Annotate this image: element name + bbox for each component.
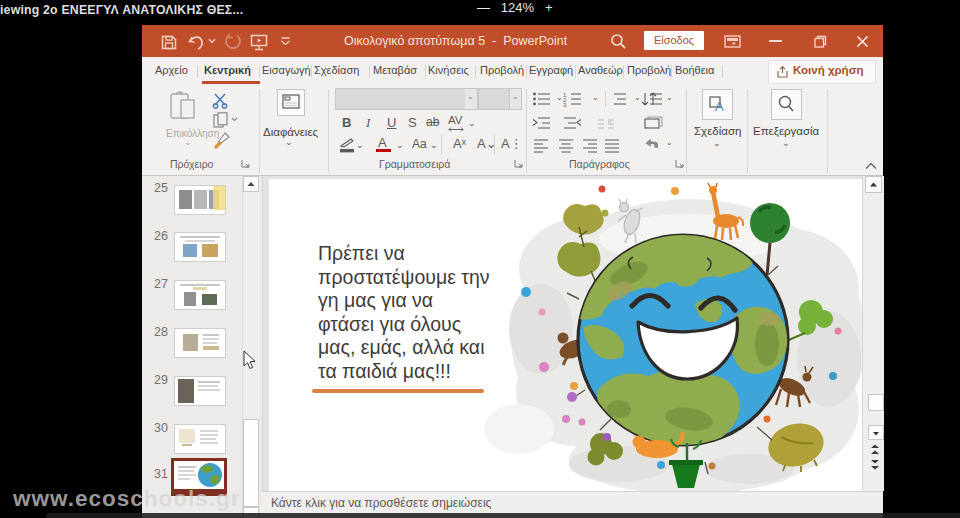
svg-text:3: 3 bbox=[563, 102, 567, 108]
svg-text:A: A bbox=[715, 99, 724, 114]
